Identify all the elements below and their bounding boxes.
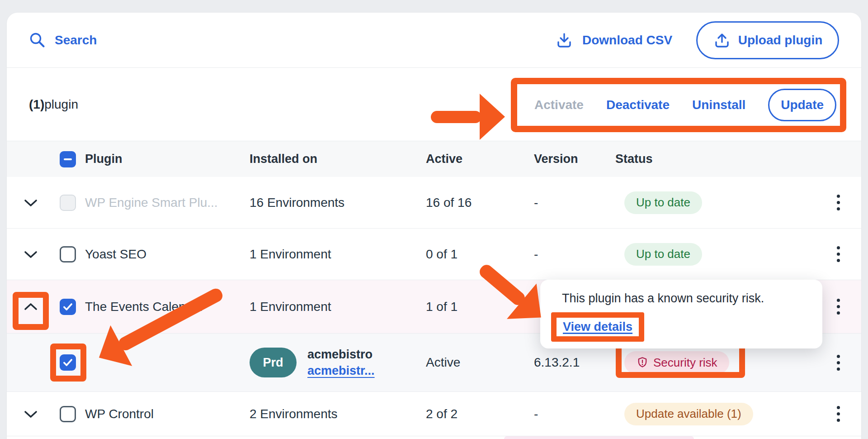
plugin-name: Yoast SEO — [85, 229, 146, 280]
bulk-actions-annotation-box: Activate Deactivate Uninstall Update — [511, 78, 846, 132]
status-badge-update-available: Update available (1) — [624, 403, 753, 425]
installed-on-value: 2 Environments — [250, 392, 338, 436]
expand-chevron-down-icon[interactable] — [23, 229, 38, 280]
version-value: - — [534, 229, 538, 280]
environment-name: acmebistro — [307, 346, 375, 363]
security-risk-tooltip: This plugin has a known security risk. V… — [540, 280, 822, 348]
bulk-action-bar: (1) plugin Activate Deactivate Uninstall… — [7, 68, 861, 141]
table-row: WP Crontrol 2 Environments 2 of 2 - Upda… — [7, 392, 861, 436]
annotation-arrow-actions — [431, 94, 505, 140]
upload-plugin-button[interactable]: Upload plugin — [696, 21, 839, 59]
search-label: Search — [55, 33, 97, 48]
active-count-value: 16 of 16 — [426, 177, 472, 228]
search-icon — [28, 31, 47, 49]
download-csv-label: Download CSV — [582, 33, 672, 48]
table-header: Plugin Installed on Active Version Statu… — [7, 141, 861, 177]
search-button[interactable]: Search — [28, 13, 97, 68]
upload-plugin-label: Upload plugin — [738, 33, 823, 48]
selection-count-label: plugin — [44, 97, 78, 112]
row-menu-kebab-icon[interactable] — [831, 334, 845, 391]
version-value: - — [534, 392, 538, 436]
version-value: - — [534, 177, 538, 228]
active-count-value: 2 of 2 — [426, 392, 458, 436]
plugin-name: WP Crontrol — [85, 392, 154, 436]
row-checkbox[interactable] — [60, 246, 76, 262]
header-installed-on: Installed on — [250, 141, 317, 177]
row-menu-kebab-icon[interactable] — [831, 280, 845, 333]
activate-button[interactable]: Activate — [534, 98, 584, 112]
selection-count-number: (1) — [29, 97, 44, 112]
header-version: Version — [534, 141, 578, 177]
toolbar: Search Download CSV Upload plugin — [7, 13, 861, 68]
status-badge-label: Security risk — [653, 356, 717, 370]
row-checkbox-disabled — [60, 195, 76, 211]
installed-on-value: 16 Environments — [250, 177, 344, 228]
status-badge-up-to-date: Up to date — [624, 243, 702, 266]
tooltip-message: This plugin has a known security risk. — [562, 291, 764, 305]
plugin-manager-page: { "toolbar": { "search_label": "Search",… — [0, 0, 868, 439]
plugins-panel: Search Download CSV Upload plugin — [7, 13, 861, 439]
environment-checkbox-checked[interactable] — [60, 354, 76, 371]
environment-info: Prd acmebistro acmebistr... — [250, 346, 375, 379]
status-badge-security-risk: Security risk — [624, 351, 729, 374]
active-state-value: Active — [426, 334, 460, 391]
select-all-checkbox[interactable] — [60, 151, 76, 167]
environment-type-badge: Prd — [250, 348, 297, 377]
download-icon — [555, 31, 573, 49]
uninstall-button[interactable]: Uninstall — [692, 98, 745, 112]
table-row: WP Engine Smart Plu... 16 Environments 1… — [7, 177, 861, 229]
expand-chevron-down-icon[interactable] — [23, 392, 38, 436]
active-count-value: 0 of 1 — [426, 229, 458, 280]
plugin-name: WP Engine Smart Plu... — [85, 177, 218, 228]
select-all-checkbox-cell — [60, 141, 76, 177]
table-row: Yoast SEO 1 Environment 0 of 1 - Up to d… — [7, 229, 861, 280]
collapse-chevron-up-icon[interactable] — [23, 280, 38, 333]
status-badge-up-to-date: Up to date — [624, 191, 702, 214]
update-button[interactable]: Update — [768, 89, 836, 121]
selection-count: (1) plugin — [29, 68, 78, 141]
row-checkbox[interactable] — [60, 406, 76, 422]
header-status: Status — [615, 141, 653, 177]
active-count-value: 1 of 1 — [426, 280, 458, 333]
deactivate-button[interactable]: Deactivate — [606, 98, 670, 112]
row-checkbox-checked[interactable] — [60, 299, 76, 315]
row-menu-kebab-icon[interactable] — [831, 229, 845, 280]
installed-on-value: 1 Environment — [250, 280, 331, 333]
plugin-name: The Events Calendar — [85, 280, 204, 333]
environment-link[interactable]: acmebistr... — [307, 363, 375, 379]
header-active: Active — [426, 141, 462, 177]
annotation-box-view-details: View details — [551, 312, 644, 342]
upload-icon — [713, 31, 731, 49]
installed-on-value: 1 Environment — [250, 229, 331, 280]
view-details-link[interactable]: View details — [563, 320, 632, 334]
header-plugin: Plugin — [85, 141, 123, 177]
expand-chevron-down-icon[interactable] — [23, 177, 38, 228]
row-menu-kebab-icon[interactable] — [831, 392, 845, 436]
partial-next-row-badge — [504, 436, 694, 439]
row-menu-kebab-icon[interactable] — [831, 177, 845, 228]
download-csv-button[interactable]: Download CSV — [555, 13, 672, 68]
shield-alert-icon — [636, 356, 649, 369]
